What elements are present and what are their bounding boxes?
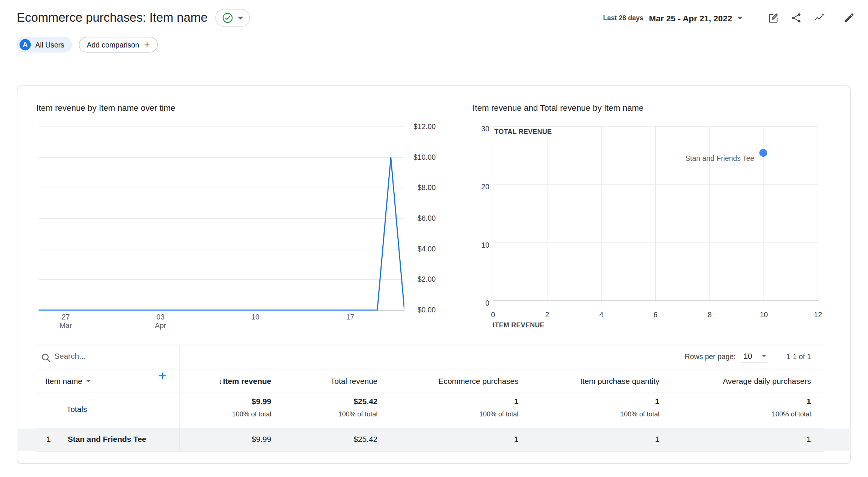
comparison-chip-label: All Users [35,40,64,49]
line-chart [39,126,404,311]
totals-sub: 100% of total [772,410,811,418]
column-header-item-purchase-quantity[interactable]: Item purchase quantity [580,377,659,386]
date-range-value: Mar 25 - Apr 21, 2022 [649,13,732,22]
scatter-x-tick: 10 [760,311,768,319]
line-chart-y-tick: $6.00 [418,214,436,224]
scatter-y-tick: 0 [485,299,489,308]
scatter-y-tick: 20 [481,183,489,192]
share-icon[interactable] [790,11,803,25]
line-chart-x-axis: 27Mar03Apr1017 [39,313,404,332]
divider [36,369,824,369]
caret-down-icon [238,16,243,19]
dimension-column-label: Item name [45,377,82,386]
column-header-item-name[interactable]: Item name [45,377,91,386]
column-header-average-daily-purchasers[interactable]: Average daily purchasers [723,377,811,386]
caret-down-icon [86,380,91,382]
scatter-y-axis-title: TOTAL REVENUE [494,128,552,136]
line-chart-x-tick: 03Apr [155,313,166,330]
scatter-x-tick: 8 [708,311,712,319]
row-cell-total-revenue: $25.42 [353,435,377,444]
scatter-x-tick: 4 [599,311,603,319]
line-chart-x-tick: 10 [251,313,260,321]
line-chart-y-tick: $10.00 [413,152,435,162]
line-chart-y-tick: $2.00 [418,275,436,285]
line-chart-y-axis: $12.00$10.00$8.00$6.00$4.00$2.00$0.00 [406,126,436,311]
pagination-range: 1-1 of 1 [786,352,811,361]
divider [36,429,824,429]
scatter-x-tick: 0 [491,311,495,319]
totals-sub: 100% of total [479,410,519,418]
totals-sub: 100% of total [620,410,659,418]
customize-report-icon[interactable] [767,11,780,25]
report-status-dropdown[interactable] [215,9,250,27]
row-cell-item-purchase-quantity: 1 [655,435,659,444]
scatter-x-tick: 12 [814,311,822,319]
report-viewport: Ecommerce purchases: Item name Last 28 d… [0,0,868,477]
check-circle-icon [222,12,233,24]
report-header: Ecommerce purchases: Item name Last 28 d… [17,7,856,29]
scatter-y-axis: 0102030 [462,126,489,305]
totals-value: 1 [479,397,519,406]
caret-down-icon [762,355,766,357]
line-chart-y-tick: $8.00 [418,183,436,193]
caret-down-icon [737,16,743,19]
line-chart-x-tick: 17 [346,313,354,321]
column-header-item-revenue[interactable]: ↓Item revenue [219,377,271,386]
divider [36,345,824,345]
column-divider [179,345,180,451]
row-item-name: Stan and Friends Tee [68,435,146,444]
totals-cell: 1100% of total [620,397,659,418]
add-comparison-label: Add comparison [87,40,139,49]
line-chart-title: Item revenue by Item name over time [36,103,175,112]
edit-report-icon[interactable] [842,11,856,25]
scatter-x-tick: 6 [653,311,658,319]
comparison-a-badge: A [19,39,31,51]
row-index: 1 [46,435,51,444]
scatter-x-axis-title: ITEM REVENUE [493,321,544,329]
report-card: Item revenue by Item name over time Item… [17,86,851,464]
scatter-y-tick: 30 [481,124,489,133]
scatter-chart-title: Item revenue and Total revenue by Item n… [473,103,644,112]
column-header-total-revenue[interactable]: Total revenue [331,377,378,386]
pagination-controls: Rows per page: 10 1-1 of 1 [685,349,811,364]
totals-value: $9.99 [232,397,271,406]
line-chart-x-tick: 27Mar [60,313,72,330]
period-label: Last 28 days [603,14,643,22]
search-icon [41,352,51,363]
add-comparison-button[interactable]: Add comparison + [79,37,158,53]
column-label: Item purchase quantity [580,377,659,386]
insights-icon[interactable] [813,11,826,25]
date-range-picker[interactable]: Mar 25 - Apr 21, 2022 [649,13,743,22]
scatter-point-label: Stan and Friends Tee [685,154,754,162]
totals-label: Totals [67,404,87,413]
column-label: Total revenue [331,377,378,386]
scatter-y-tick: 10 [481,241,489,250]
ga4-report-page: Ecommerce purchases: Item name Last 28 d… [0,0,868,477]
search-input[interactable] [54,349,172,363]
column-label: Average daily purchasers [723,377,811,386]
sort-descending-icon: ↓ [219,377,222,385]
row-cell-ecommerce-purchases: 1 [514,435,519,444]
totals-value: 1 [772,397,811,406]
totals-sub: 100% of total [339,410,378,418]
scatter-x-axis: 024681012 [493,311,818,319]
row-cell-item-revenue: $9.99 [252,435,271,444]
totals-cell: 1100% of total [479,397,519,418]
column-header-ecommerce-purchases[interactable]: Ecommerce purchases [438,377,519,386]
divider [36,392,824,392]
totals-value: $25.42 [339,397,378,406]
totals-cell: $25.42100% of total [339,397,378,418]
column-label: Ecommerce purchases [438,377,519,386]
rows-per-page-select[interactable]: 10 [741,350,768,363]
add-metric-column-button[interactable]: + [158,369,167,383]
line-chart-y-tick: $12.00 [413,122,435,132]
comparison-chip-all-users[interactable]: A All Users [17,37,72,53]
page-title: Ecommerce purchases: Item name [17,10,208,25]
divider [36,451,824,451]
plus-icon: + [144,40,150,49]
rows-per-page-label: Rows per page: [685,352,736,361]
totals-value: 1 [620,397,659,406]
scatter-x-tick: 2 [545,311,549,319]
line-chart-y-tick: $4.00 [418,244,436,254]
scatter-chart [493,126,818,301]
